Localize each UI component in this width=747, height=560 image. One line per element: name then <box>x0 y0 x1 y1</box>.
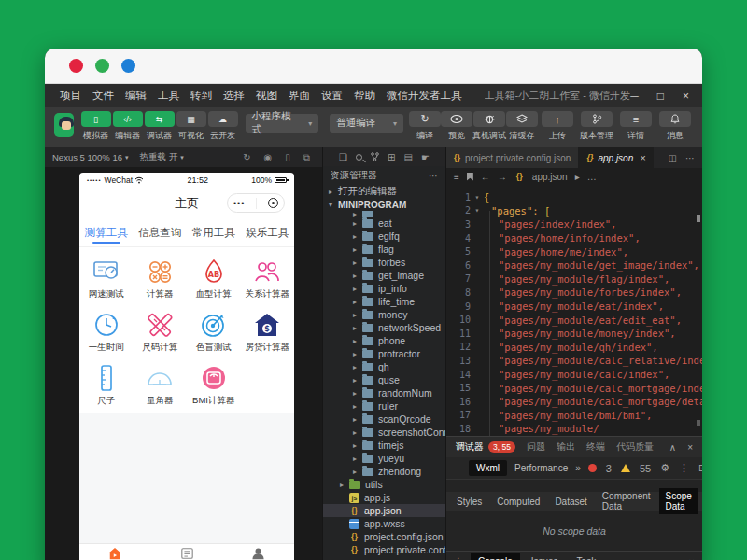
simulator-button[interactable]: ▯ 模拟器 <box>81 111 111 142</box>
version-control-button[interactable]: 版本管理 <box>577 111 616 142</box>
tree-folder[interactable]: ▸ ip_info <box>323 282 445 295</box>
more-actions-icon[interactable]: ⋯ <box>685 153 695 163</box>
tree-folder[interactable]: ▸ screenshotConnect <box>323 426 445 439</box>
menu-item[interactable]: 工具 <box>152 89 185 103</box>
clear-cache-button[interactable]: 清缓存 <box>506 111 538 142</box>
back-icon[interactable]: ← <box>481 172 490 182</box>
close-icon[interactable]: × <box>683 90 689 103</box>
home-capsule-icon[interactable] <box>268 198 278 208</box>
calculator-item[interactable]: 计算器 <box>134 253 188 306</box>
mortgage-calc-item[interactable]: $ 房贷计算器 <box>241 306 295 359</box>
tab-debugger[interactable]: 调试器 <box>456 441 484 454</box>
tab-output[interactable]: 输出 <box>557 441 575 454</box>
visualize-button[interactable]: ▦ 可视化 <box>176 111 206 142</box>
protractor-item[interactable]: 量角器 <box>134 359 188 413</box>
menu-item[interactable]: 微信开发者工具 <box>381 89 468 103</box>
close-tab-icon[interactable]: × <box>640 152 645 163</box>
tree-folder[interactable]: ▸ timejs <box>323 439 445 452</box>
tabbar-home[interactable]: 主页 <box>79 544 151 560</box>
outline-icon[interactable]: ≡ <box>454 172 459 182</box>
tab-code-quality[interactable]: 代码质量 <box>616 441 654 454</box>
git-fork-icon[interactable] <box>371 152 379 161</box>
tree-folder[interactable]: ▸ eat <box>323 217 445 230</box>
blood-type-item[interactable]: AB 血型计算 <box>187 253 241 306</box>
menu-item[interactable]: 帮助 <box>348 89 381 103</box>
menu-item[interactable]: 界面 <box>283 89 316 103</box>
minimize-icon[interactable]: ─ <box>630 90 639 103</box>
cloud-dev-button[interactable]: ☁ 云开发 <box>208 111 238 142</box>
collapse-icon[interactable]: ∧ <box>669 442 676 453</box>
menu-item[interactable]: 视图 <box>250 89 283 103</box>
bmi-calc-item[interactable]: BMI计算器 <box>187 359 241 413</box>
tab-console[interactable]: Console <box>471 553 520 560</box>
bookmark-icon[interactable] <box>467 173 473 181</box>
search-icon[interactable] <box>356 154 362 161</box>
menu-item[interactable]: 编辑 <box>120 89 152 103</box>
screenshot-icon[interactable]: ◉ <box>260 152 277 162</box>
device-select[interactable]: Nexus 5 100% 16 ▾ <box>52 152 136 162</box>
gear-icon[interactable]: ⚙ <box>660 462 669 474</box>
tab-fun-tools[interactable]: 娱乐工具 <box>241 218 295 246</box>
split-editor-icon[interactable]: ◫ <box>669 153 677 163</box>
tree-folder[interactable]: ▸ protractor <box>323 347 445 360</box>
upload-button[interactable]: ↑ 上传 <box>538 111 577 142</box>
menu-item[interactable]: 文件 <box>87 89 120 103</box>
warning-count[interactable]: 55 <box>640 463 651 474</box>
tree-folder[interactable]: ▸ networkSpeed <box>323 321 445 334</box>
kebab-menu-icon[interactable]: ⋮ <box>454 556 463 560</box>
relation-calc-item[interactable]: 关系计算器 <box>241 253 295 306</box>
avatar[interactable] <box>54 113 74 137</box>
mode-select[interactable]: 小程序模式 ▾ <box>246 114 319 133</box>
tab-calc-tools[interactable]: 测算工具 <box>79 218 134 246</box>
menu-item[interactable]: 设置 <box>316 89 348 103</box>
tab-computed[interactable]: Computed <box>490 494 546 510</box>
kebab-menu-icon[interactable]: ⋮ <box>679 462 689 474</box>
capsule-menu[interactable]: ••• <box>227 193 285 213</box>
dock-icon[interactable]: ⊡ <box>698 462 702 474</box>
close-traffic-light[interactable] <box>69 59 83 73</box>
tab-problems[interactable]: 问题 <box>527 441 545 454</box>
menu-item[interactable]: 项目 <box>54 89 87 103</box>
tree-folder[interactable]: ▸ get_image <box>323 269 445 282</box>
tree-folder-utils[interactable]: ▸ utils <box>323 478 445 491</box>
tree-file-app-js[interactable]: js app.js <box>323 491 445 504</box>
tree-folder[interactable]: ▸ scanQrcode <box>323 413 445 426</box>
fold-icon[interactable]: ▾ <box>471 193 484 202</box>
details-button[interactable]: ≡ 详情 <box>616 111 655 142</box>
tab-info-query[interactable]: 信息查询 <box>134 218 188 246</box>
compile-mode-select[interactable]: 普通编译 ▾ <box>330 114 403 133</box>
tab-project-private-config[interactable]: {} project.private.config.json <box>446 147 579 168</box>
breadcrumb-more[interactable]: … <box>587 172 597 182</box>
compile-button[interactable]: ↻ 编译 <box>409 111 441 142</box>
life-time-item[interactable]: 一生时间 <box>79 306 134 359</box>
maximize-traffic-light[interactable] <box>121 59 135 73</box>
rotate-icon[interactable]: ↻ <box>238 152 255 162</box>
tree-file-app-wxss[interactable]: app.wxss <box>323 517 445 530</box>
tree-file-project-config[interactable]: {} project.config.json <box>323 530 445 543</box>
menu-item[interactable]: 转到 <box>185 89 218 103</box>
tree-root[interactable]: ▾ MINIPROGRAM <box>323 198 445 211</box>
close-drawer-icon[interactable]: × <box>689 556 695 560</box>
tab-task[interactable]: Task <box>570 553 604 560</box>
tab-issues[interactable]: Issues <box>524 553 566 560</box>
tree-folder[interactable]: ▸ ruler <box>323 399 445 413</box>
minimize-traffic-light[interactable] <box>95 59 109 73</box>
tree-folder[interactable]: ▸ money <box>323 308 445 321</box>
colorblind-test-item[interactable]: 色盲测试 <box>187 306 241 359</box>
file-preview-icon[interactable]: ▤ <box>403 152 412 162</box>
error-count[interactable]: 3 <box>606 463 612 474</box>
tree-folder[interactable]: ▸ quse <box>323 373 445 386</box>
close-panel-icon[interactable]: × <box>687 442 693 453</box>
real-device-debug-button[interactable]: 真机调试 <box>472 111 506 142</box>
more-menu-icon[interactable]: ••• <box>233 199 245 208</box>
hot-reload-select[interactable]: 热重载 开 ▾ <box>140 151 191 163</box>
editor-button[interactable]: ‹/› 编辑器 <box>113 111 143 142</box>
speed-test-item[interactable]: 网速测试 <box>79 253 134 306</box>
more-tabs-icon[interactable]: » <box>575 463 581 473</box>
ruler-item[interactable]: 尺子 <box>79 359 134 413</box>
new-file-icon[interactable]: ❏ <box>339 152 347 162</box>
tree-folder[interactable]: ▸ phone <box>323 334 445 347</box>
tab-common-tools[interactable]: 常用工具 <box>187 218 241 246</box>
phone-frame-icon[interactable]: ▯ <box>280 152 295 162</box>
tab-styles[interactable]: Styles <box>450 494 488 510</box>
